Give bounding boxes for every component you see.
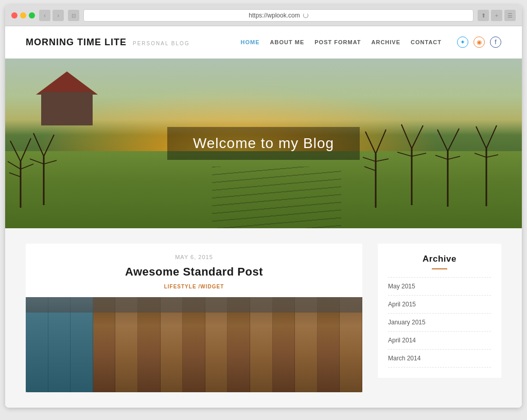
archive-list: May 2015 April 2015 January 2015 April 2… (388, 277, 491, 368)
site-tagline: PERSONAL BLOG (133, 41, 190, 46)
main-content: MAY 6, 2015 Awesome Standard Post LIFEST… (5, 228, 522, 408)
site-nav: HOME ABOUT ME POST FORMAT ARCHIVE CONTAC… (241, 36, 501, 48)
hero-title: Welcome to my Blog (193, 135, 334, 152)
archive-title-underline (432, 268, 447, 269)
maximize-button[interactable] (29, 12, 35, 19)
archive-item[interactable]: January 2015 (388, 314, 491, 332)
post-date: MAY 6, 2015 (26, 244, 362, 265)
archive-widget: Archive May 2015 April 2015 January 2015… (378, 244, 501, 378)
refresh-icon[interactable] (303, 13, 308, 18)
address-bar[interactable]: https://wplook.com (83, 9, 473, 22)
fence-header (26, 297, 362, 313)
hero-title-box: Welcome to my Blog (167, 127, 360, 160)
blog-posts: MAY 6, 2015 Awesome Standard Post LIFEST… (26, 244, 362, 392)
site-branding: MORNING TIME LITE PERSONAL BLOG (26, 37, 190, 48)
twitter-icon[interactable]: ✦ (457, 36, 468, 48)
nav-archive[interactable]: ARCHIVE (372, 39, 401, 45)
post-image (26, 297, 362, 392)
archive-item[interactable]: May 2015 (388, 277, 491, 296)
website-content: MORNING TIME LITE PERSONAL BLOG HOME ABO… (5, 26, 522, 408)
bookmark-button[interactable]: + (491, 10, 502, 21)
archive-item[interactable]: April 2015 (388, 296, 491, 314)
sidebar: Archive May 2015 April 2015 January 2015… (378, 244, 501, 392)
share-button[interactable]: ⬆ (478, 10, 489, 21)
url-text: https://wplook.com (249, 12, 300, 19)
nav-buttons: ‹ › (39, 10, 64, 21)
hero-overlay: Welcome to my Blog (5, 59, 522, 228)
social-icons: ✦ ◉ f (457, 36, 501, 48)
browser-dots (11, 12, 35, 19)
forward-button[interactable]: › (52, 10, 64, 21)
site-title: MORNING TIME LITE (26, 37, 127, 48)
archive-item[interactable]: April 2014 (388, 332, 491, 350)
minimize-button[interactable] (20, 12, 26, 19)
post-category-lifestyle[interactable]: LIFESTYLE (164, 284, 197, 289)
post-category-widget[interactable]: /WIDGET (199, 284, 224, 289)
nav-post-format[interactable]: POST FORMAT (314, 39, 361, 45)
nav-about[interactable]: ABOUT ME (270, 39, 305, 45)
post-categories: LIFESTYLE /WIDGET (26, 284, 362, 297)
back-button[interactable]: ‹ (39, 10, 50, 21)
post-title[interactable]: Awesome Standard Post (26, 265, 362, 284)
rss-icon[interactable]: ◉ (473, 36, 485, 48)
sidebar-toggle[interactable]: ☰ (504, 10, 516, 21)
browser-actions: ⬆ + ☰ (478, 10, 516, 21)
facebook-icon[interactable]: f (490, 36, 501, 48)
archive-item[interactable]: March 2014 (388, 350, 491, 368)
browser-window: ‹ › ⊡ https://wplook.com ⬆ + ☰ MORNING T… (5, 5, 522, 408)
archive-widget-title: Archive (388, 254, 491, 264)
window-button[interactable]: ⊡ (68, 10, 79, 21)
site-header: MORNING TIME LITE PERSONAL BLOG HOME ABO… (5, 26, 522, 59)
browser-toolbar: ‹ › ⊡ https://wplook.com ⬆ + ☰ (5, 5, 522, 26)
nav-contact[interactable]: CONTACT (411, 39, 442, 45)
hero-banner: Welcome to my Blog (5, 59, 522, 228)
close-button[interactable] (11, 12, 17, 19)
nav-home[interactable]: HOME (241, 39, 260, 45)
post-card: MAY 6, 2015 Awesome Standard Post LIFEST… (26, 244, 362, 392)
